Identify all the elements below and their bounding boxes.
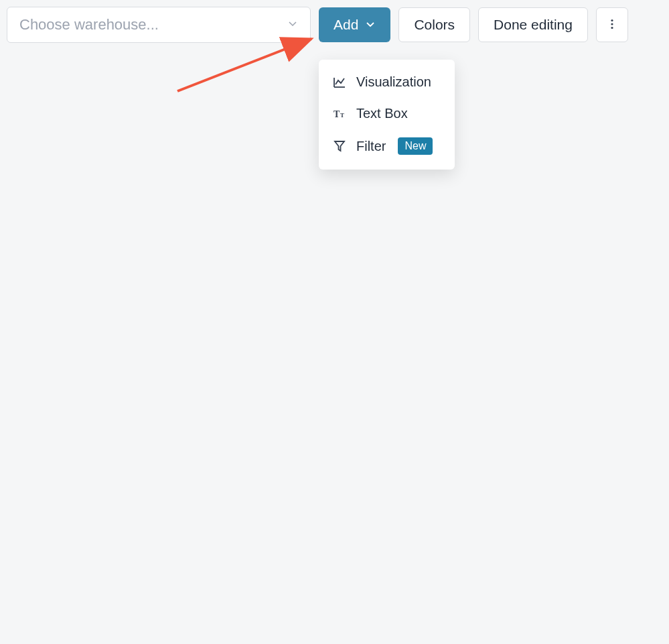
- colors-button[interactable]: Colors: [398, 7, 470, 42]
- dropdown-item-label: Filter: [356, 139, 386, 154]
- dropdown-item-filter[interactable]: Filter New: [319, 129, 455, 163]
- svg-point-2: [611, 26, 613, 28]
- dropdown-item-textbox[interactable]: T T Text Box: [319, 98, 455, 129]
- svg-text:T: T: [340, 112, 344, 119]
- add-dropdown-menu: Visualization T T Text Box Filter New: [319, 60, 455, 170]
- more-vertical-icon: [606, 18, 618, 32]
- new-badge: New: [398, 137, 433, 155]
- dropdown-item-label: Visualization: [356, 74, 431, 90]
- add-button[interactable]: Add: [319, 7, 390, 42]
- text-icon: T T: [332, 107, 347, 121]
- add-button-label: Add: [333, 17, 358, 33]
- done-editing-button[interactable]: Done editing: [478, 7, 588, 42]
- dropdown-item-visualization[interactable]: Visualization: [319, 66, 455, 98]
- chevron-down-icon: [287, 18, 298, 31]
- warehouse-select[interactable]: Choose warehouse...: [7, 7, 311, 43]
- dropdown-item-label: Text Box: [356, 106, 408, 121]
- svg-point-1: [611, 23, 613, 25]
- done-editing-button-label: Done editing: [494, 17, 573, 33]
- svg-text:T: T: [333, 109, 340, 119]
- chart-line-icon: [332, 75, 347, 90]
- svg-point-0: [611, 19, 613, 21]
- toolbar: Choose warehouse... Add Colors Done edit…: [0, 0, 669, 50]
- filter-icon: [332, 139, 347, 153]
- more-options-button[interactable]: [596, 7, 628, 42]
- warehouse-placeholder: Choose warehouse...: [19, 16, 159, 34]
- colors-button-label: Colors: [414, 17, 455, 33]
- chevron-down-icon: [365, 17, 376, 33]
